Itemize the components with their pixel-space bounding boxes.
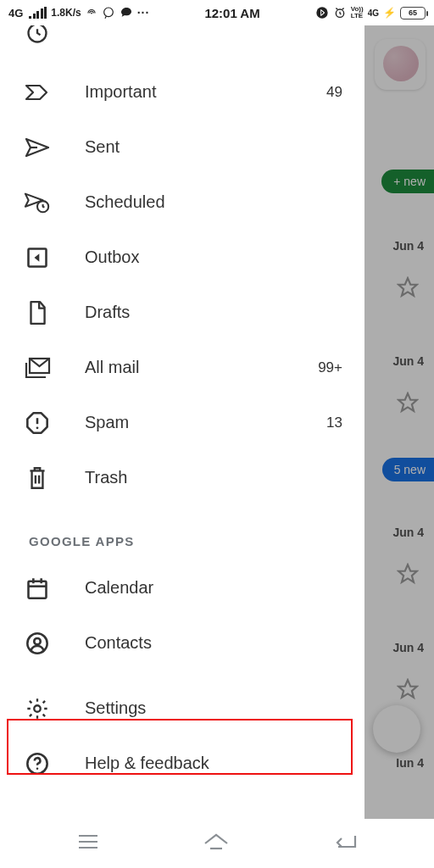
- drawer-item-help[interactable]: Help & feedback: [0, 736, 364, 791]
- signal-icon: [29, 7, 47, 19]
- drawer-item-label: Trash: [85, 468, 342, 487]
- svg-point-0: [91, 13, 92, 14]
- drawer-item-sent[interactable]: Sent: [0, 120, 364, 175]
- drawer-item-label: Contacts: [85, 633, 342, 653]
- battery-icon: 65: [400, 7, 426, 19]
- svg-point-1: [103, 8, 113, 17]
- drawer-item-drafts[interactable]: Drafts: [0, 285, 364, 340]
- drawer-item-count: 99+: [318, 359, 342, 376]
- trash-icon: [24, 465, 51, 491]
- drawer-item-snoozed[interactable]: [0, 25, 364, 64]
- drawer-item-count: 49: [326, 84, 342, 101]
- drawer-item-label: Settings: [85, 698, 342, 718]
- calendar-icon: [24, 576, 51, 600]
- drawer-item-scheduled[interactable]: Scheduled: [0, 175, 364, 230]
- whatsapp-icon: [102, 6, 115, 19]
- drawer-item-trash[interactable]: Trash: [0, 450, 364, 505]
- drawer-item-label: Calendar: [85, 578, 342, 598]
- drawer-item-label: Spam: [85, 413, 292, 432]
- back-button[interactable]: [331, 832, 359, 854]
- svg-point-14: [27, 633, 47, 653]
- help-icon: [24, 752, 51, 776]
- svg-point-15: [34, 637, 40, 643]
- status-left: 4G 1.8K/s ···: [8, 6, 149, 19]
- more-icon: ···: [137, 6, 150, 19]
- status-right: Vo))LTE 4G ⚡ 65: [315, 6, 426, 19]
- clock-icon: [24, 33, 51, 57]
- scheduled-icon: [24, 191, 51, 214]
- network-type: 4G: [8, 7, 23, 19]
- recent-apps-button[interactable]: [75, 832, 101, 854]
- svg-rect-13: [29, 581, 47, 598]
- drawer-item-spam[interactable]: Spam 13: [0, 395, 364, 450]
- drawer-item-allmail[interactable]: All mail 99+: [0, 340, 364, 395]
- net4g: 4G: [368, 8, 379, 18]
- data-speed: 1.8K/s: [51, 7, 81, 19]
- drawer-item-label: Drafts: [85, 303, 342, 322]
- spam-icon: [24, 411, 51, 435]
- svg-point-12: [36, 426, 39, 429]
- drawer-item-label: Important: [85, 82, 292, 102]
- drafts-icon: [24, 300, 51, 326]
- volte-indicator: Vo))LTE: [351, 6, 364, 19]
- drawer-item-label: Help & feedback: [85, 754, 342, 773]
- clock: 12:01 AM: [204, 6, 259, 20]
- home-button[interactable]: [202, 832, 231, 855]
- drawer-item-outbox[interactable]: Outbox: [0, 230, 364, 285]
- svg-point-18: [36, 767, 39, 770]
- drawer-item-important[interactable]: Important 49: [0, 64, 364, 120]
- chat-icon: [120, 6, 133, 19]
- navigation-drawer: Important 49 Sent Scheduled Outbox Draft…: [0, 25, 364, 819]
- drawer-item-label: Outbox: [85, 248, 342, 267]
- alarm-icon: [333, 6, 347, 19]
- drawer-item-contacts[interactable]: Contacts: [0, 615, 364, 670]
- charging-icon: ⚡: [383, 7, 396, 19]
- send-icon: [24, 136, 51, 159]
- drawer-item-count: 13: [326, 415, 342, 431]
- hotspot-icon: [86, 7, 97, 19]
- drawer-item-label: All mail: [85, 358, 284, 377]
- drawer-section-header: GOOGLE APPS: [0, 505, 364, 560]
- drawer-item-label: Sent: [85, 137, 342, 157]
- system-nav-bar: [0, 819, 434, 868]
- bluetooth-icon: [315, 6, 329, 19]
- outbox-icon: [24, 246, 51, 270]
- status-bar: 4G 1.8K/s ··· 12:01 AM Vo))LTE 4G ⚡ 65: [0, 0, 434, 25]
- svg-point-16: [34, 705, 40, 711]
- contacts-icon: [24, 632, 51, 655]
- svg-point-2: [316, 7, 327, 18]
- important-icon: [24, 82, 51, 103]
- allmail-icon: [24, 356, 51, 380]
- drawer-item-calendar[interactable]: Calendar: [0, 560, 364, 615]
- gear-icon: [24, 697, 51, 721]
- drawer-item-settings[interactable]: Settings: [0, 681, 364, 736]
- drawer-item-label: Scheduled: [85, 192, 342, 212]
